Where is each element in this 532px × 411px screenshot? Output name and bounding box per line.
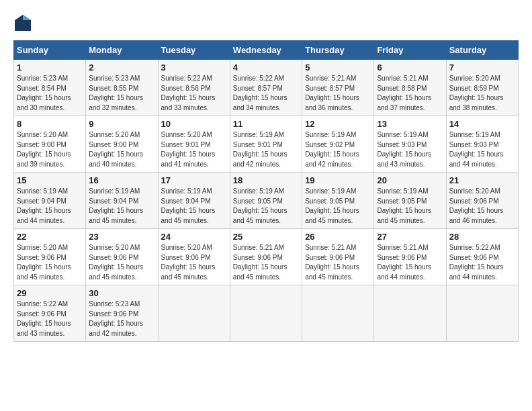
day-number: 1: [17, 62, 83, 73]
day-number: 17: [161, 175, 227, 185]
day-number: 9: [89, 119, 154, 129]
calendar-cell: 13Sunrise: 5:19 AM Sunset: 9:03 PM Dayli…: [374, 116, 446, 173]
day-info: Sunrise: 5:23 AM Sunset: 8:55 PM Dayligh…: [89, 74, 154, 113]
calendar-cell: 15Sunrise: 5:19 AM Sunset: 9:04 PM Dayli…: [14, 173, 86, 229]
calendar-week-3: 15Sunrise: 5:19 AM Sunset: 9:04 PM Dayli…: [14, 173, 519, 229]
day-number: 3: [161, 62, 227, 73]
day-info: Sunrise: 5:19 AM Sunset: 9:05 PM Dayligh…: [305, 187, 371, 226]
header-thursday: Thursday: [302, 41, 374, 60]
day-number: 14: [449, 119, 515, 129]
header-wednesday: Wednesday: [230, 41, 302, 60]
day-info: Sunrise: 5:19 AM Sunset: 9:03 PM Dayligh…: [449, 130, 515, 169]
day-number: 28: [449, 232, 515, 242]
day-number: 24: [161, 232, 227, 242]
calendar-week-4: 22Sunrise: 5:20 AM Sunset: 9:06 PM Dayli…: [14, 229, 519, 285]
calendar-cell: 2Sunrise: 5:23 AM Sunset: 8:55 PM Daylig…: [86, 60, 158, 116]
day-info: Sunrise: 5:20 AM Sunset: 9:00 PM Dayligh…: [17, 130, 83, 169]
day-info: Sunrise: 5:23 AM Sunset: 8:54 PM Dayligh…: [17, 74, 83, 113]
day-number: 16: [89, 175, 154, 185]
day-number: 5: [305, 62, 371, 73]
day-number: 20: [377, 175, 443, 185]
calendar-cell: 22Sunrise: 5:20 AM Sunset: 9:06 PM Dayli…: [14, 229, 86, 285]
day-info: Sunrise: 5:22 AM Sunset: 8:56 PM Dayligh…: [161, 74, 227, 113]
day-info: Sunrise: 5:22 AM Sunset: 9:06 PM Dayligh…: [17, 300, 83, 338]
day-number: 15: [17, 175, 83, 185]
day-info: Sunrise: 5:19 AM Sunset: 9:05 PM Dayligh…: [233, 187, 299, 226]
calendar-cell: 27Sunrise: 5:21 AM Sunset: 9:06 PM Dayli…: [374, 229, 446, 285]
day-info: Sunrise: 5:19 AM Sunset: 9:04 PM Dayligh…: [89, 187, 154, 226]
day-info: Sunrise: 5:19 AM Sunset: 9:01 PM Dayligh…: [233, 130, 299, 169]
day-number: 11: [233, 119, 299, 129]
calendar-week-1: 1Sunrise: 5:23 AM Sunset: 8:54 PM Daylig…: [14, 60, 519, 116]
day-info: Sunrise: 5:20 AM Sunset: 9:06 PM Dayligh…: [89, 243, 154, 282]
calendar-cell: [446, 285, 518, 342]
header-tuesday: Tuesday: [158, 41, 230, 60]
day-info: Sunrise: 5:20 AM Sunset: 9:00 PM Dayligh…: [89, 130, 154, 169]
calendar-cell: [158, 285, 230, 342]
day-info: Sunrise: 5:20 AM Sunset: 9:01 PM Dayligh…: [161, 130, 227, 169]
calendar-week-2: 8Sunrise: 5:20 AM Sunset: 9:00 PM Daylig…: [14, 116, 519, 173]
calendar-cell: 6Sunrise: 5:21 AM Sunset: 8:58 PM Daylig…: [374, 60, 446, 116]
calendar-cell: 17Sunrise: 5:19 AM Sunset: 9:04 PM Dayli…: [158, 173, 230, 229]
day-info: Sunrise: 5:22 AM Sunset: 8:57 PM Dayligh…: [233, 74, 299, 113]
calendar-cell: 23Sunrise: 5:20 AM Sunset: 9:06 PM Dayli…: [86, 229, 158, 285]
day-number: 8: [17, 119, 83, 129]
calendar-cell: 29Sunrise: 5:22 AM Sunset: 9:06 PM Dayli…: [14, 285, 86, 342]
calendar-cell: [230, 285, 302, 342]
day-info: Sunrise: 5:20 AM Sunset: 9:06 PM Dayligh…: [161, 243, 227, 282]
day-number: 10: [161, 119, 227, 129]
calendar-cell: 9Sunrise: 5:20 AM Sunset: 9:00 PM Daylig…: [86, 116, 158, 173]
calendar-cell: 3Sunrise: 5:22 AM Sunset: 8:56 PM Daylig…: [158, 60, 230, 116]
day-number: 12: [305, 119, 371, 129]
calendar-cell: 8Sunrise: 5:20 AM Sunset: 9:00 PM Daylig…: [14, 116, 86, 173]
calendar-cell: 14Sunrise: 5:19 AM Sunset: 9:03 PM Dayli…: [446, 116, 518, 173]
calendar-cell: 11Sunrise: 5:19 AM Sunset: 9:01 PM Dayli…: [230, 116, 302, 173]
day-number: 2: [89, 62, 154, 73]
day-number: 22: [17, 232, 83, 242]
calendar-cell: 10Sunrise: 5:20 AM Sunset: 9:01 PM Dayli…: [158, 116, 230, 173]
calendar-cell: 30Sunrise: 5:23 AM Sunset: 9:06 PM Dayli…: [86, 285, 158, 342]
day-number: 30: [89, 288, 154, 298]
calendar-header-row: SundayMondayTuesdayWednesdayThursdayFrid…: [14, 41, 519, 60]
day-number: 29: [17, 288, 83, 298]
header-friday: Friday: [374, 41, 446, 60]
calendar-cell: 20Sunrise: 5:19 AM Sunset: 9:05 PM Dayli…: [374, 173, 446, 229]
calendar-cell: [374, 285, 446, 342]
day-number: 21: [449, 175, 515, 185]
day-info: Sunrise: 5:20 AM Sunset: 8:59 PM Dayligh…: [449, 74, 515, 113]
day-info: Sunrise: 5:21 AM Sunset: 9:06 PM Dayligh…: [233, 243, 299, 282]
calendar-cell: 16Sunrise: 5:19 AM Sunset: 9:04 PM Dayli…: [86, 173, 158, 229]
day-number: 18: [233, 175, 299, 185]
day-info: Sunrise: 5:21 AM Sunset: 9:06 PM Dayligh…: [377, 243, 443, 282]
day-info: Sunrise: 5:23 AM Sunset: 9:06 PM Dayligh…: [89, 300, 154, 338]
calendar-cell: 19Sunrise: 5:19 AM Sunset: 9:05 PM Dayli…: [302, 173, 374, 229]
svg-marker-1: [23, 15, 31, 20]
day-info: Sunrise: 5:19 AM Sunset: 9:05 PM Dayligh…: [377, 187, 443, 226]
day-number: 13: [377, 119, 443, 129]
calendar-cell: 7Sunrise: 5:20 AM Sunset: 8:59 PM Daylig…: [446, 60, 518, 116]
logo-icon: [13, 13, 32, 32]
day-number: 26: [305, 232, 371, 242]
calendar-cell: 21Sunrise: 5:20 AM Sunset: 9:06 PM Dayli…: [446, 173, 518, 229]
day-info: Sunrise: 5:22 AM Sunset: 9:06 PM Dayligh…: [449, 243, 515, 282]
day-info: Sunrise: 5:21 AM Sunset: 8:58 PM Dayligh…: [377, 74, 443, 113]
day-info: Sunrise: 5:20 AM Sunset: 9:06 PM Dayligh…: [17, 243, 83, 282]
day-number: 27: [377, 232, 443, 242]
page-header: [13, 13, 519, 32]
calendar-cell: 18Sunrise: 5:19 AM Sunset: 9:05 PM Dayli…: [230, 173, 302, 229]
calendar-cell: 1Sunrise: 5:23 AM Sunset: 8:54 PM Daylig…: [14, 60, 86, 116]
header-saturday: Saturday: [446, 41, 518, 60]
day-info: Sunrise: 5:19 AM Sunset: 9:03 PM Dayligh…: [377, 130, 443, 169]
calendar-cell: [302, 285, 374, 342]
calendar-cell: 28Sunrise: 5:22 AM Sunset: 9:06 PM Dayli…: [446, 229, 518, 285]
day-info: Sunrise: 5:21 AM Sunset: 9:06 PM Dayligh…: [305, 243, 371, 282]
day-number: 7: [449, 62, 515, 73]
logo: [13, 13, 35, 32]
header-sunday: Sunday: [14, 41, 86, 60]
day-info: Sunrise: 5:20 AM Sunset: 9:06 PM Dayligh…: [449, 187, 515, 226]
calendar-week-5: 29Sunrise: 5:22 AM Sunset: 9:06 PM Dayli…: [14, 285, 519, 342]
day-info: Sunrise: 5:19 AM Sunset: 9:04 PM Dayligh…: [161, 187, 227, 226]
calendar-table: SundayMondayTuesdayWednesdayThursdayFrid…: [13, 40, 519, 342]
day-number: 4: [233, 62, 299, 73]
day-number: 25: [233, 232, 299, 242]
